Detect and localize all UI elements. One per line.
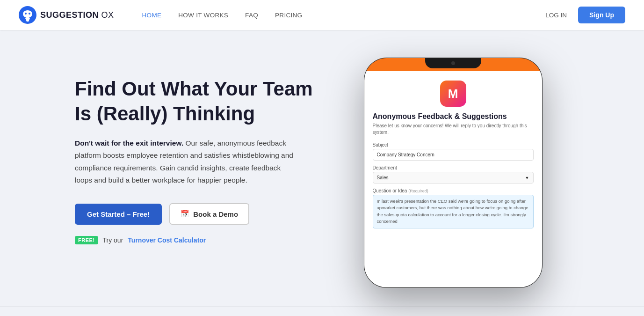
department-label: Department (373, 165, 534, 170)
department-value: Sales (377, 175, 389, 180)
question-textarea[interactable]: In last week's presentation the CEO said… (373, 195, 534, 228)
hero-buttons: Get Started – Free! 📅 Book a Demo (75, 203, 318, 225)
phone-notch (425, 58, 481, 68)
logo-icon (19, 6, 36, 24)
required-text: (Required) (408, 189, 428, 193)
nav-actions: LOG IN Sign Up (545, 7, 625, 23)
book-demo-button[interactable]: 📅 Book a Demo (169, 203, 249, 225)
phone-camera (451, 61, 455, 65)
book-demo-label: Book a Demo (193, 210, 238, 218)
phone-notch-bar (364, 58, 542, 71)
hero-description: Don't wait for the exit interview. Our s… (75, 137, 295, 186)
nav-login[interactable]: LOG IN (545, 12, 567, 19)
subject-label: Subject (373, 142, 534, 147)
svg-point-2 (25, 13, 27, 15)
hero-desc-bold: Don't wait for the exit interview. (75, 139, 183, 147)
phone-screen: M Anonymous Feedback & Suggestions Pleas… (364, 71, 542, 287)
question-label: Question or Idea (Required) (373, 188, 534, 193)
signup-button[interactable]: Sign Up (578, 7, 625, 23)
app-icon: M (440, 81, 466, 107)
app-icon-wrapper: M (373, 81, 534, 107)
logo-link[interactable]: SUGGESTION OX (19, 6, 114, 24)
form-subtitle: Please let us know your concerns! We wil… (373, 123, 534, 136)
nav-links: HOME HOW IT WORKS FAQ PRICING (142, 12, 546, 19)
nav-faq[interactable]: FAQ (245, 12, 258, 19)
phone-mockup: M Anonymous Feedback & Suggestions Pleas… (364, 58, 551, 287)
logo-text: SUGGESTION OX (40, 10, 114, 20)
free-badge-row: FREE! Try our Turnover Cost Calculator (75, 236, 318, 244)
get-started-button[interactable]: Get Started – Free! (75, 204, 162, 225)
hero-section: Find Out What Your Team Is (Really) Thin… (0, 30, 644, 306)
free-badge: FREE! (75, 236, 98, 244)
turnover-calculator-link[interactable]: Turnover Cost Calculator (128, 236, 206, 244)
navbar: SUGGESTION OX HOME HOW IT WORKS FAQ PRIC… (0, 0, 644, 30)
hero-right: M Anonymous Feedback & Suggestions Pleas… (318, 58, 597, 287)
badge-text: Try our (103, 236, 123, 244)
nav-pricing[interactable]: PRICING (275, 12, 302, 19)
chevron-down-icon: ▼ (525, 176, 529, 180)
phone-outer: M Anonymous Feedback & Suggestions Pleas… (364, 58, 542, 287)
subject-input[interactable]: Company Strategy Concern (373, 149, 534, 161)
brands-bar: glassdoor Humana SAMSUNG U.S. AIR FORCE … (0, 306, 644, 316)
hero-title: Find Out What Your Team Is (Really) Thin… (75, 77, 318, 126)
department-select[interactable]: Sales ▼ (373, 172, 534, 184)
hero-left: Find Out What Your Team Is (Really) Thin… (75, 58, 318, 244)
nav-home[interactable]: HOME (142, 12, 162, 19)
calendar-icon: 📅 (181, 210, 189, 218)
svg-point-3 (29, 13, 30, 15)
form-title: Anonymous Feedback & Suggestions (373, 112, 534, 121)
nav-how-it-works[interactable]: HOW IT WORKS (178, 12, 228, 19)
